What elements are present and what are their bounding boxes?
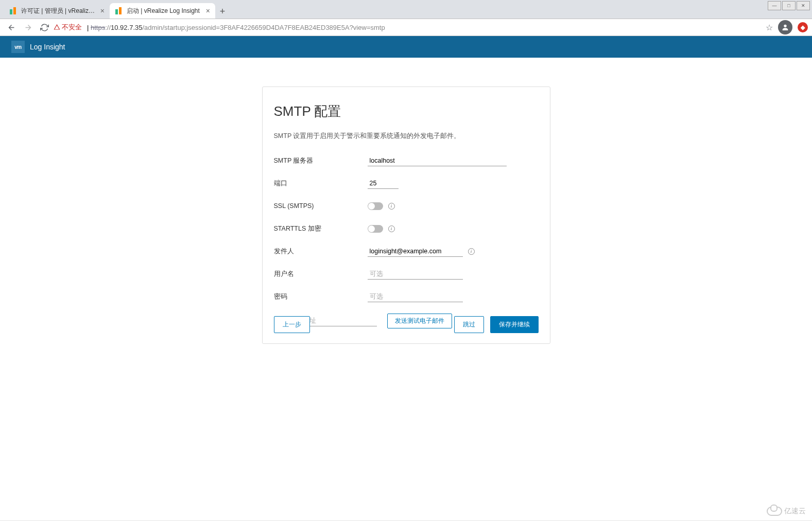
starttls-toggle[interactable] <box>368 225 383 233</box>
config-card: SMTP 配置 SMTP 设置用于启用关于警示和重要系统通知的外发电子邮件。 S… <box>262 86 550 344</box>
browser-tab[interactable]: 许可证 | 管理员 | vRealize Lo × <box>4 3 110 19</box>
tab-title: 许可证 | 管理员 | vRealize Lo <box>21 7 97 15</box>
row-smtp-server: SMTP 服务器 <box>274 155 539 166</box>
info-icon[interactable]: i <box>388 203 395 210</box>
sender-input[interactable] <box>368 246 463 257</box>
svg-rect-0 <box>10 9 12 14</box>
insecure-warning: 不安全 <box>54 23 82 32</box>
label-ssl: SSL (SMTPS) <box>274 202 368 210</box>
info-icon[interactable]: i <box>388 225 395 232</box>
close-icon[interactable]: × <box>100 7 105 15</box>
profile-icon[interactable] <box>778 20 792 34</box>
maximize-button[interactable]: □ <box>782 1 796 10</box>
username-input[interactable] <box>368 269 463 280</box>
smtp-server-input[interactable] <box>368 155 507 166</box>
back-button[interactable]: 上一步 <box>274 316 310 333</box>
row-ssl: SSL (SMTPS) i <box>274 200 539 212</box>
watermark: 亿速云 <box>767 507 806 516</box>
address-bar: 不安全 | https://10.92.7.35/admin/startup;j… <box>0 19 812 36</box>
label-sender: 发件人 <box>274 247 368 256</box>
content-area: SMTP 配置 SMTP 设置用于启用关于警示和重要系统通知的外发电子邮件。 S… <box>0 58 812 521</box>
label-starttls: STARTTLS 加密 <box>274 224 368 233</box>
favicon-icon <box>115 7 123 15</box>
cloud-icon <box>767 507 782 516</box>
extension-icon[interactable]: ◆ <box>798 22 808 32</box>
password-input[interactable] <box>368 291 463 302</box>
browser-tabstrip: 许可证 | 管理员 | vRealize Lo × 启动 | vRealize … <box>0 0 812 19</box>
app-header: vm Log Insight <box>0 36 812 58</box>
page-description: SMTP 设置用于启用关于警示和重要系统通知的外发电子邮件。 <box>274 132 539 141</box>
info-icon[interactable]: i <box>468 248 475 255</box>
save-continue-button[interactable]: 保存并继续 <box>490 316 539 333</box>
favicon-icon <box>9 7 18 15</box>
browser-tab[interactable]: 启动 | vRealize Log Insight × <box>110 3 215 19</box>
bookmark-icon[interactable]: ☆ <box>763 23 776 32</box>
skip-button[interactable]: 跳过 <box>454 316 484 333</box>
row-password: 密码 <box>274 291 539 302</box>
minimize-button[interactable]: — <box>768 1 781 10</box>
close-window-button[interactable]: ✕ <box>797 1 810 10</box>
row-port: 端口 <box>274 178 539 189</box>
nav-forward-button[interactable] <box>21 20 35 34</box>
url-display[interactable]: 不安全 | https://10.92.7.35/admin/startup;j… <box>54 23 761 32</box>
svg-point-4 <box>784 25 786 27</box>
row-username: 用户名 <box>274 268 539 280</box>
app-title: Log Insight <box>30 43 65 51</box>
vmware-logo-icon: vm <box>11 41 25 53</box>
label-port: 端口 <box>274 179 368 188</box>
close-icon[interactable]: × <box>206 7 210 15</box>
svg-rect-1 <box>13 7 16 14</box>
reload-button[interactable] <box>37 20 51 34</box>
label-password: 密码 <box>274 292 368 301</box>
svg-rect-2 <box>115 9 118 14</box>
svg-rect-3 <box>119 7 122 14</box>
url-scheme: https <box>91 24 105 31</box>
row-sender: 发件人 i <box>274 246 539 257</box>
port-input[interactable] <box>368 178 399 189</box>
label-smtp-server: SMTP 服务器 <box>274 157 368 165</box>
label-username: 用户名 <box>274 270 368 279</box>
card-footer: 上一步 跳过 保存并继续 <box>274 316 539 333</box>
ssl-toggle[interactable] <box>368 202 383 210</box>
tab-title: 启动 | vRealize Log Insight <box>127 7 203 15</box>
row-starttls: STARTTLS 加密 i <box>274 223 539 234</box>
new-tab-button[interactable]: + <box>215 4 230 19</box>
window-controls: — □ ✕ <box>768 1 810 10</box>
page-title: SMTP 配置 <box>274 102 539 120</box>
nav-back-button[interactable] <box>4 20 19 34</box>
